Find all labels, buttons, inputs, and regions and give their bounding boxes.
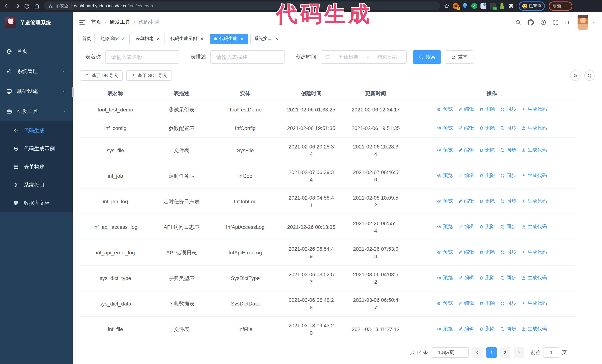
page-size-select[interactable]: 10条/页 xyxy=(431,347,469,358)
tab-表单构建[interactable]: 表单构建× xyxy=(132,33,164,44)
op-生成代码-link[interactable]: 生成代码 xyxy=(521,274,547,282)
menu-fold-icon[interactable] xyxy=(78,19,86,26)
op-删除-link[interactable]: 删除 xyxy=(479,274,495,282)
import-db-button[interactable]: 基于 DB 导入 xyxy=(80,70,123,81)
op-删除-link[interactable]: 删除 xyxy=(479,172,495,179)
tab-close-icon[interactable]: × xyxy=(156,36,161,41)
op-删除-link[interactable]: 删除 xyxy=(479,146,495,154)
op-删除-link[interactable]: 删除 xyxy=(479,223,495,230)
op-生成代码-link[interactable]: 生成代码 xyxy=(521,249,547,256)
op-生成代码-link[interactable]: 生成代码 xyxy=(521,198,547,205)
op-编辑-link[interactable]: 编辑 xyxy=(458,105,474,113)
op-预览-link[interactable]: 预览 xyxy=(437,146,453,154)
next-page-button[interactable] xyxy=(514,347,524,358)
address-bar[interactable]: 不安全 dashboard.yudao.iocoder.cn/tool/code… xyxy=(44,1,440,10)
sidebar-item-基础设施[interactable]: 基础设施 xyxy=(0,82,73,102)
sidebar-subitem-数据库文档[interactable]: 数据库文档 xyxy=(0,194,73,212)
op-同步-link[interactable]: 同步 xyxy=(500,249,516,256)
tab-close-icon[interactable]: × xyxy=(274,36,279,41)
sidebar-subitem-系统接口[interactable]: 系统接口 xyxy=(0,176,73,194)
op-预览-link[interactable]: 预览 xyxy=(437,300,453,307)
forward-button[interactable] xyxy=(14,3,20,9)
op-同步-link[interactable]: 同步 xyxy=(500,274,516,282)
op-删除-link[interactable]: 删除 xyxy=(479,300,495,307)
op-编辑-link[interactable]: 编辑 xyxy=(458,300,474,307)
fullscreen-icon[interactable] xyxy=(553,19,559,25)
op-删除-link[interactable]: 删除 xyxy=(479,249,495,256)
blue-gem-icon[interactable] xyxy=(462,3,468,9)
tab-系统接口[interactable]: 系统接口× xyxy=(250,33,283,44)
font-size-icon[interactable]: tT xyxy=(565,19,572,25)
green-man-icon[interactable] xyxy=(499,3,505,9)
op-同步-link[interactable]: 同步 xyxy=(500,124,516,132)
sidebar-subitem-表单构建[interactable]: 表单构建 xyxy=(0,158,73,176)
tab-close-icon[interactable]: × xyxy=(239,36,245,41)
bookmark-star-icon[interactable] xyxy=(444,3,450,9)
import-sql-button[interactable]: 基于 SQL 导入 xyxy=(127,70,172,81)
tab-代码生成示例[interactable]: 代码生成示例× xyxy=(167,33,208,44)
tab-close-icon[interactable]: × xyxy=(121,36,126,41)
reload-button[interactable] xyxy=(24,3,30,9)
date-end-placeholder[interactable]: 结束日期 xyxy=(372,54,403,60)
op-生成代码-link[interactable]: 生成代码 xyxy=(521,124,547,132)
op-同步-link[interactable]: 同步 xyxy=(500,325,516,333)
breadcrumb-item[interactable]: 首页 xyxy=(91,19,101,26)
op-同步-link[interactable]: 同步 xyxy=(500,300,516,307)
github-icon[interactable] xyxy=(527,19,534,25)
op-预览-link[interactable]: 预览 xyxy=(437,198,453,205)
search-icon[interactable] xyxy=(515,19,521,25)
scrollbar-thumb[interactable] xyxy=(72,87,74,97)
op-预览-link[interactable]: 预览 xyxy=(437,223,453,230)
op-编辑-link[interactable]: 编辑 xyxy=(458,223,474,230)
op-预览-link[interactable]: 预览 xyxy=(437,249,453,256)
op-编辑-link[interactable]: 编辑 xyxy=(458,124,474,132)
reset-button[interactable]: 重置 xyxy=(445,50,473,64)
breadcrumb-item[interactable]: 研发工具 xyxy=(110,19,130,26)
op-同步-link[interactable]: 同步 xyxy=(500,146,516,154)
prev-page-button[interactable] xyxy=(472,347,483,358)
tab-代码生成[interactable]: 代码生成× xyxy=(210,33,248,44)
op-编辑-link[interactable]: 编辑 xyxy=(458,198,474,205)
op-生成代码-link[interactable]: 生成代码 xyxy=(521,300,547,307)
op-生成代码-link[interactable]: 生成代码 xyxy=(521,223,547,230)
home-button[interactable] xyxy=(34,3,40,9)
url-host[interactable]: dashboard.yudao.iocoder.cn xyxy=(74,4,128,8)
chrome-update-button[interactable]: 更新 xyxy=(549,1,572,10)
op-编辑-link[interactable]: 编辑 xyxy=(458,325,474,333)
url-path[interactable]: /tool/codegen xyxy=(128,4,153,8)
op-编辑-link[interactable]: 编辑 xyxy=(458,249,474,256)
op-同步-link[interactable]: 同步 xyxy=(500,105,516,113)
op-预览-link[interactable]: 预览 xyxy=(437,124,453,132)
grid-ext-icon[interactable] xyxy=(481,3,486,9)
orange-circle-icon[interactable]: 1 xyxy=(453,3,459,9)
op-生成代码-link[interactable]: 生成代码 xyxy=(521,172,547,179)
tab-链路追踪[interactable]: 链路追踪× xyxy=(97,33,130,44)
op-删除-link[interactable]: 删除 xyxy=(479,198,495,205)
op-删除-link[interactable]: 删除 xyxy=(479,105,495,113)
page-button-2[interactable]: 2 xyxy=(500,347,510,358)
op-预览-link[interactable]: 预览 xyxy=(437,105,453,113)
toggle-search-button[interactable] xyxy=(570,70,580,81)
sidebar-item-首页[interactable]: 首页 xyxy=(0,42,73,62)
paused-extension-badge[interactable]: 已暂停 xyxy=(519,1,545,10)
op-生成代码-link[interactable]: 生成代码 xyxy=(521,146,547,154)
op-编辑-link[interactable]: 编辑 xyxy=(458,274,474,282)
op-编辑-link[interactable]: 编辑 xyxy=(458,146,474,154)
refresh-table-button[interactable] xyxy=(584,70,595,81)
op-删除-link[interactable]: 删除 xyxy=(479,325,495,333)
goto-page-input[interactable] xyxy=(543,347,559,358)
op-同步-link[interactable]: 同步 xyxy=(500,198,516,205)
app-logo[interactable]: 芋道管理系统 xyxy=(0,12,73,32)
op-删除-link[interactable]: 删除 xyxy=(479,124,495,132)
tab-首页[interactable]: 首页 xyxy=(78,33,95,44)
sidebar-item-系统管理[interactable]: 系统管理 xyxy=(0,62,73,82)
back-button[interactable] xyxy=(4,3,10,9)
op-预览-link[interactable]: 预览 xyxy=(437,325,453,333)
table-desc-input[interactable] xyxy=(210,50,285,64)
op-预览-link[interactable]: 预览 xyxy=(437,274,453,282)
op-同步-link[interactable]: 同步 xyxy=(500,223,516,230)
tab-close-icon[interactable]: × xyxy=(199,36,204,41)
op-同步-link[interactable]: 同步 xyxy=(500,172,516,179)
user-avatar[interactable] xyxy=(578,15,588,30)
op-预览-link[interactable]: 预览 xyxy=(437,172,453,179)
